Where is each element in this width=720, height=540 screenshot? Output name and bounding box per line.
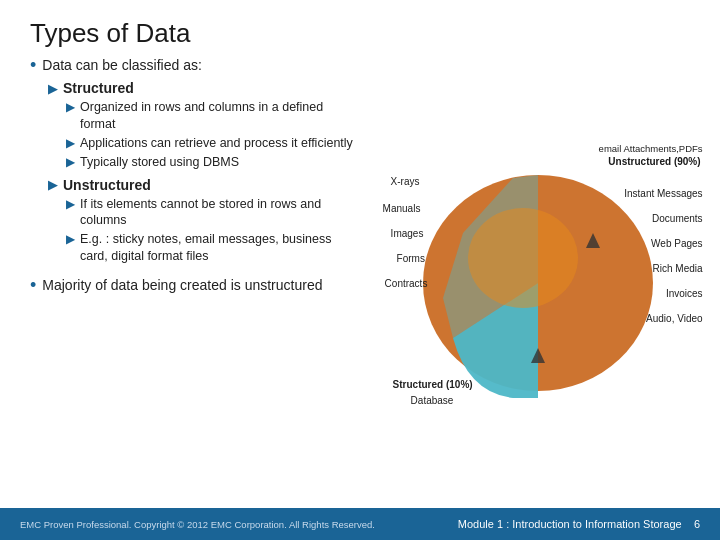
- structured-items: ▶ Organized in rows and columns in a def…: [66, 99, 355, 171]
- left-panel: • Data can be classified as: ▶ Structure…: [10, 57, 365, 508]
- structured-item-3: ▶ Typically stored using DBMS: [66, 154, 355, 171]
- unstructured-header: ▶ Unstructured: [48, 177, 355, 193]
- content-area: • Data can be classified as: ▶ Structure…: [0, 57, 720, 508]
- footer-left-text: EMC Proven Professional. Copyright © 201…: [20, 519, 375, 530]
- footer: EMC Proven Professional. Copyright © 201…: [0, 508, 720, 540]
- arrow-unstructured: ▶: [48, 177, 58, 192]
- structured-header-text: Structured: [63, 80, 134, 96]
- unstructured-header-text: Unstructured: [63, 177, 151, 193]
- slide-header: Types of Data: [0, 0, 720, 57]
- slide: Types of Data • Data can be classified a…: [0, 0, 720, 540]
- arrow-structured: ▶: [48, 81, 58, 96]
- footer-page-number: 6: [694, 518, 700, 530]
- footer-right-text: Module 1 : Introduction to Information S…: [458, 518, 700, 530]
- pie-chart: [383, 138, 683, 408]
- arrow-u1: ▶: [66, 197, 75, 211]
- svg-point-1: [468, 208, 578, 308]
- arrow-s3: ▶: [66, 155, 75, 169]
- main-bullet-2-text: Majority of data being created is unstru…: [42, 277, 322, 293]
- unstructured-item-1: ▶ If its elements cannot be stored in ro…: [66, 196, 355, 230]
- footer-module-text: Module 1 : Introduction to Information S…: [458, 518, 682, 530]
- unstructured-section: ▶ Unstructured ▶ If its elements cannot …: [48, 177, 355, 266]
- structured-item-2: ▶ Applications can retrieve and process …: [66, 135, 355, 152]
- slide-title: Types of Data: [30, 18, 690, 49]
- main-bullet-1-text: Data can be classified as:: [42, 57, 202, 73]
- bullet-dot-2: •: [30, 275, 36, 296]
- unstructured-item-2: ▶ E.g. : sticky notes, email messages, b…: [66, 231, 355, 265]
- structured-item-1: ▶ Organized in rows and columns in a def…: [66, 99, 355, 133]
- structured-item-1-text: Organized in rows and columns in a defin…: [80, 99, 355, 133]
- right-panel: email Attachments,PDFs Unstructured (90%…: [365, 57, 720, 508]
- arrow-u2: ▶: [66, 232, 75, 246]
- structured-header: ▶ Structured: [48, 80, 355, 96]
- structured-item-3-text: Typically stored using DBMS: [80, 154, 239, 171]
- structured-item-2-text: Applications can retrieve and process it…: [80, 135, 353, 152]
- main-bullet-1: • Data can be classified as:: [30, 57, 355, 76]
- unstructured-items: ▶ If its elements cannot be stored in ro…: [66, 196, 355, 266]
- unstructured-item-1-text: If its elements cannot be stored in rows…: [80, 196, 355, 230]
- structured-section: ▶ Structured ▶ Organized in rows and col…: [48, 80, 355, 171]
- arrow-s1: ▶: [66, 100, 75, 114]
- arrow-s2: ▶: [66, 136, 75, 150]
- unstructured-item-2-text: E.g. : sticky notes, email messages, bus…: [80, 231, 355, 265]
- main-bullet-2: • Majority of data being created is unst…: [30, 277, 355, 296]
- chart-container: email Attachments,PDFs Unstructured (90%…: [383, 138, 703, 428]
- bullet-dot-1: •: [30, 55, 36, 76]
